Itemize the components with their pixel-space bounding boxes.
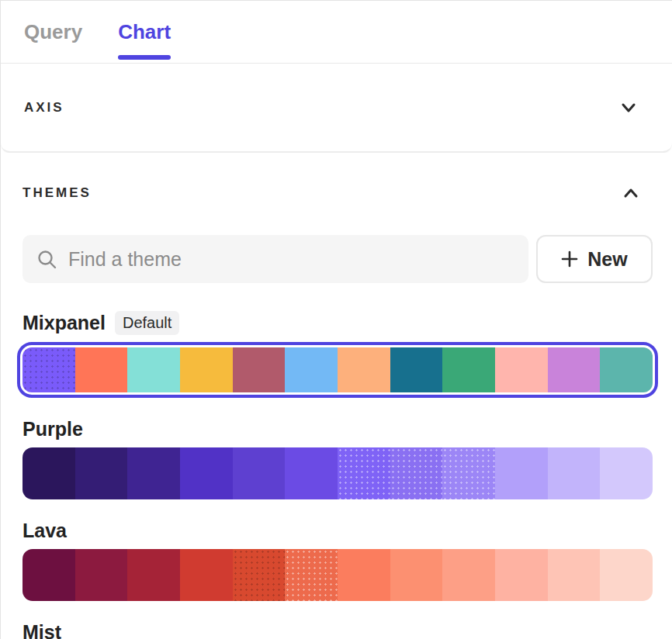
themes-section-header[interactable]: THEMES xyxy=(23,185,653,201)
theme-row: Mixpanel Default xyxy=(23,311,653,398)
theme-label-row: Lava xyxy=(23,520,653,542)
color-swatch[interactable] xyxy=(75,347,128,392)
theme-list: Mixpanel Default Purple Lava Mist xyxy=(23,311,653,639)
tab-query[interactable]: Query xyxy=(24,1,82,63)
color-swatch[interactable] xyxy=(338,447,390,499)
color-swatch[interactable] xyxy=(338,347,390,392)
theme-label-row: Purple xyxy=(23,418,653,440)
theme-palette[interactable] xyxy=(23,447,653,499)
color-swatch[interactable] xyxy=(442,347,495,392)
active-tab-underline xyxy=(118,55,171,60)
theme-label-row: Mist xyxy=(23,621,653,639)
color-swatch[interactable] xyxy=(600,347,653,392)
color-swatch[interactable] xyxy=(23,347,75,392)
color-swatch[interactable] xyxy=(180,447,233,499)
search-icon xyxy=(36,249,57,270)
new-theme-button[interactable]: New xyxy=(536,235,653,283)
color-swatch[interactable] xyxy=(285,347,338,392)
theme-default-badge: Default xyxy=(115,311,179,335)
tab-query-label: Query xyxy=(24,20,82,44)
color-swatch[interactable] xyxy=(127,447,180,499)
theme-search-row: New xyxy=(23,235,653,283)
theme-name: Lava xyxy=(23,520,67,542)
color-swatch[interactable] xyxy=(495,347,548,392)
theme-palette[interactable] xyxy=(17,342,658,398)
new-theme-button-label: New xyxy=(587,248,627,271)
theme-palette-swatches xyxy=(23,549,653,601)
theme-search-box[interactable] xyxy=(23,235,528,283)
color-swatch[interactable] xyxy=(548,447,601,499)
color-swatch[interactable] xyxy=(75,447,128,499)
color-swatch[interactable] xyxy=(180,347,233,392)
color-swatch[interactable] xyxy=(338,549,390,601)
theme-name: Purple xyxy=(23,418,83,440)
theme-row: Purple xyxy=(23,418,653,499)
color-swatch[interactable] xyxy=(600,447,653,499)
color-swatch[interactable] xyxy=(390,447,443,499)
theme-row: Mist xyxy=(23,621,653,639)
theme-palette-swatches xyxy=(23,447,653,499)
color-swatch[interactable] xyxy=(23,549,75,601)
chevron-up-icon[interactable] xyxy=(623,188,639,199)
theme-palette[interactable] xyxy=(23,549,653,601)
tab-chart[interactable]: Chart xyxy=(118,1,171,63)
color-swatch[interactable] xyxy=(23,447,75,499)
color-swatch[interactable] xyxy=(75,549,128,601)
themes-section: THEMES New Mixpanel Default xyxy=(1,153,672,639)
color-swatch[interactable] xyxy=(548,347,601,392)
color-swatch[interactable] xyxy=(285,549,338,601)
color-swatch[interactable] xyxy=(548,549,601,601)
axis-section-header[interactable]: AXIS xyxy=(24,100,649,116)
color-swatch[interactable] xyxy=(127,549,180,601)
color-swatch[interactable] xyxy=(600,549,653,601)
color-swatch[interactable] xyxy=(442,549,495,601)
color-swatch[interactable] xyxy=(390,549,443,601)
theme-palette-swatches xyxy=(23,347,653,392)
color-swatch[interactable] xyxy=(390,347,443,392)
axis-section[interactable]: AXIS xyxy=(1,64,672,153)
tab-chart-label: Chart xyxy=(118,20,171,44)
color-swatch[interactable] xyxy=(180,549,233,601)
color-swatch[interactable] xyxy=(495,447,548,499)
theme-label-row: Mixpanel Default xyxy=(23,311,653,335)
tab-bar: Query Chart xyxy=(1,1,672,64)
color-swatch[interactable] xyxy=(442,447,495,499)
chevron-down-icon[interactable] xyxy=(621,102,636,113)
color-swatch[interactable] xyxy=(233,447,286,499)
theme-search-input[interactable] xyxy=(68,248,514,271)
color-swatch[interactable] xyxy=(495,549,548,601)
theme-name: Mist xyxy=(23,621,61,639)
plus-icon xyxy=(561,250,578,268)
themes-section-title: THEMES xyxy=(23,185,92,201)
color-swatch[interactable] xyxy=(127,347,180,392)
theme-row: Lava xyxy=(23,520,653,601)
color-swatch[interactable] xyxy=(233,549,286,601)
theme-name: Mixpanel xyxy=(23,312,106,334)
color-swatch[interactable] xyxy=(285,447,338,499)
color-swatch[interactable] xyxy=(233,347,286,392)
axis-section-title: AXIS xyxy=(24,100,64,116)
